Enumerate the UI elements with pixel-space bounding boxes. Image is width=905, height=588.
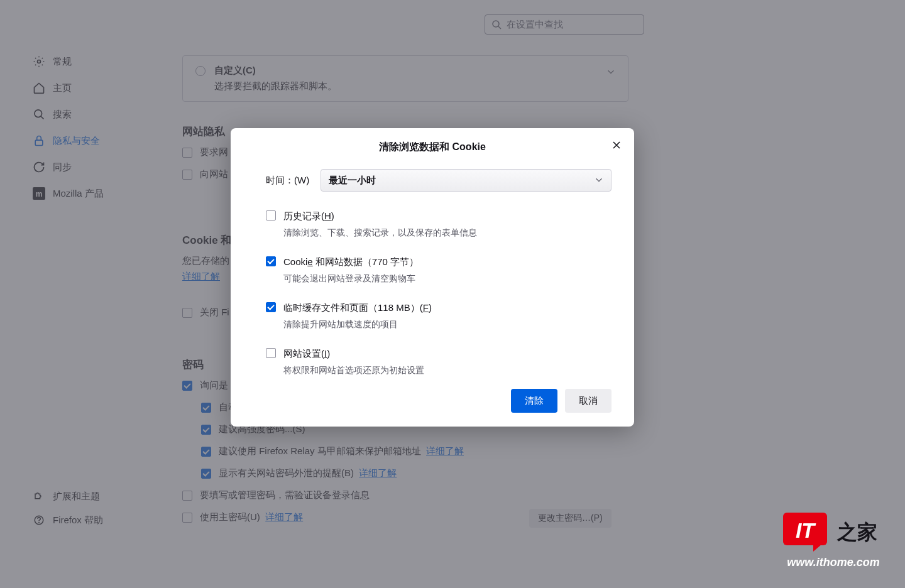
option-desc: 将权限和网站首选项还原为初始设置 [283,365,612,376]
time-range-select[interactable]: 最近一小时 [321,169,612,192]
cookies-option: Cookie 和网站数据（770 字节） 可能会退出网站登录及清空购物车 [266,256,612,285]
watermark-url: www.ithome.com [783,556,884,569]
clear-button[interactable]: 清除 [511,389,557,413]
time-label: 时间：(W) [266,175,309,187]
option-label: 临时缓存文件和页面（118 MB）(F) [283,302,432,314]
checkbox[interactable] [266,256,276,266]
cache-option: 临时缓存文件和页面（118 MB）(F) 清除提升网站加载速度的项目 [266,302,612,330]
checkbox[interactable] [266,348,276,358]
close-button[interactable] [609,138,624,153]
option-desc: 可能会退出网站登录及清空购物车 [283,273,612,285]
site-settings-option: 网站设置(I) 将权限和网站首选项还原为初始设置 [266,348,612,376]
clear-data-dialog: 清除浏览数据和 Cookie 时间：(W) 最近一小时 历史记录(H) 清除浏览… [231,128,634,427]
history-option: 历史记录(H) 清除浏览、下载、搜索记录，以及保存的表单信息 [266,210,612,239]
option-label: 网站设置(I) [283,348,330,360]
svg-text:之家: 之家 [836,521,877,543]
option-label: 历史记录(H) [283,210,334,222]
checkbox[interactable] [266,302,276,312]
option-desc: 清除浏览、下载、搜索记录，以及保存的表单信息 [283,227,612,239]
chevron-down-icon [595,175,603,186]
select-value: 最近一小时 [329,175,376,187]
svg-text:IT: IT [796,518,816,542]
dialog-title: 清除浏览数据和 Cookie [253,141,612,154]
close-icon [612,140,622,152]
option-label: Cookie 和网站数据（770 字节） [283,256,419,268]
cancel-button[interactable]: 取消 [565,389,612,413]
checkbox[interactable] [266,210,276,220]
ithome-logo-icon: IT 之家 [783,513,884,552]
option-desc: 清除提升网站加载速度的项目 [283,319,612,330]
watermark: IT 之家 www.ithome.com [783,513,884,569]
